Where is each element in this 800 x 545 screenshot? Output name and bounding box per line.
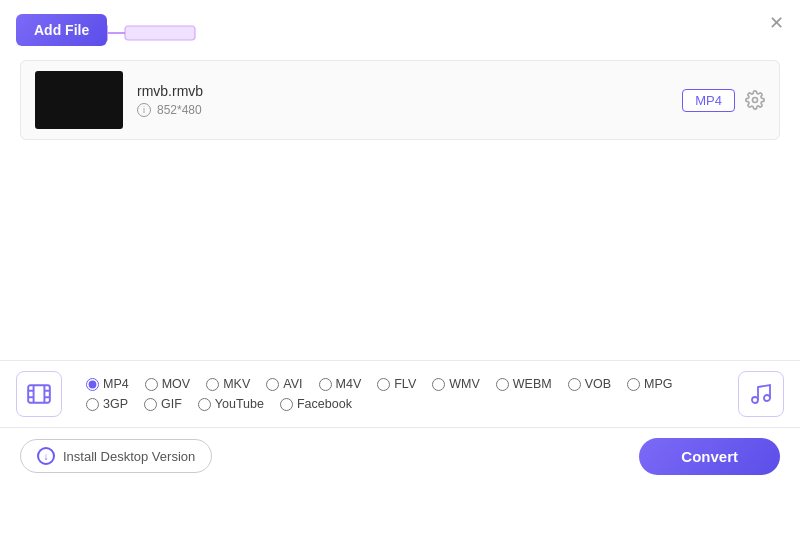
header: Add File ✕ [0, 0, 800, 60]
add-file-button[interactable]: Add File [16, 14, 107, 46]
download-icon: ↓ [37, 447, 55, 465]
svg-point-10 [752, 397, 758, 403]
format-options-rows: MP4 MOV MKV AVI M4V FLV WMV WEBM [78, 375, 730, 413]
format-option-mpg[interactable]: MPG [619, 375, 680, 393]
format-option-webm[interactable]: WEBM [488, 375, 560, 393]
svg-rect-3 [28, 385, 50, 402]
format-option-mkv[interactable]: MKV [198, 375, 258, 393]
footer: ↓ Install Desktop Version Convert [0, 428, 800, 484]
arrow-hint-icon [95, 18, 215, 48]
file-meta: i 852*480 [137, 103, 668, 117]
format-badge-button[interactable]: MP4 [682, 89, 735, 112]
music-icon [749, 382, 773, 406]
format-option-flv[interactable]: FLV [369, 375, 424, 393]
format-option-gif[interactable]: GIF [136, 395, 190, 413]
file-info: rmvb.rmvb i 852*480 [137, 83, 668, 117]
file-item: rmvb.rmvb i 852*480 MP4 [21, 61, 779, 139]
close-button[interactable]: ✕ [769, 14, 784, 32]
file-name: rmvb.rmvb [137, 83, 668, 99]
format-option-avi[interactable]: AVI [258, 375, 310, 393]
format-option-mov[interactable]: MOV [137, 375, 198, 393]
settings-button[interactable] [745, 90, 765, 110]
gear-icon [745, 90, 765, 110]
format-bar: MP4 MOV MKV AVI M4V FLV WMV WEBM [0, 360, 800, 428]
format-option-facebook[interactable]: Facebook [272, 395, 360, 413]
file-thumbnail [35, 71, 123, 129]
format-option-m4v[interactable]: M4V [311, 375, 370, 393]
svg-point-11 [764, 395, 770, 401]
audio-format-icon-box[interactable] [738, 371, 784, 417]
film-icon [26, 381, 52, 407]
file-actions: MP4 [682, 89, 765, 112]
install-label: Install Desktop Version [63, 449, 195, 464]
empty-area [0, 140, 800, 360]
install-desktop-button[interactable]: ↓ Install Desktop Version [20, 439, 212, 473]
format-option-3gp[interactable]: 3GP [78, 395, 136, 413]
format-option-vob[interactable]: VOB [560, 375, 619, 393]
file-list: rmvb.rmvb i 852*480 MP4 [20, 60, 780, 140]
video-format-icon-box[interactable] [16, 371, 62, 417]
format-option-wmv[interactable]: WMV [424, 375, 488, 393]
file-resolution: 852*480 [157, 103, 202, 117]
format-option-mp4[interactable]: MP4 [78, 375, 137, 393]
svg-point-2 [753, 98, 758, 103]
svg-rect-0 [125, 26, 195, 40]
format-option-youtube[interactable]: YouTube [190, 395, 272, 413]
format-options-grid: MP4 MOV MKV AVI M4V FLV WMV WEBM [78, 375, 730, 413]
convert-button[interactable]: Convert [639, 438, 780, 475]
info-icon: i [137, 103, 151, 117]
